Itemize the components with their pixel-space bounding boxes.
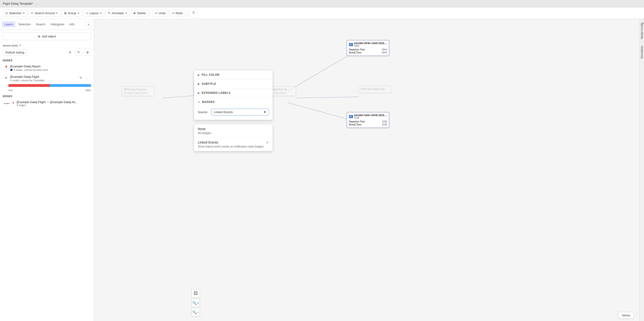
flight-node-icon: ✈ bbox=[4, 76, 8, 80]
group-button[interactable]: ⊞ Group ▼ bbox=[62, 10, 82, 17]
search-around-icon: ✂ bbox=[31, 11, 34, 15]
layout-chevron-icon: ▼ bbox=[100, 12, 102, 15]
tab-info[interactable]: Info bbox=[67, 21, 77, 28]
delete-button[interactable]: ⊗ Delete bbox=[131, 10, 148, 17]
title-more[interactable]: ... bbox=[34, 2, 37, 5]
tab-histogram[interactable]: Histogram bbox=[48, 21, 67, 28]
color-label-false: false bbox=[86, 89, 91, 92]
badges-source-row: Source Linked Events ▼ bbox=[198, 109, 269, 115]
plus-circle-icon: ⊕ bbox=[38, 35, 40, 38]
badges-arrow-icon: ▼ bbox=[198, 101, 200, 103]
graph-node-flight-top-right[interactable]: ✈ AA1064 DFW->SAN 2018-... 0944 Departur… bbox=[346, 40, 389, 56]
edge-airport-icon: 📍 bbox=[12, 102, 15, 105]
style-row: Default styling ▼ ✎ ⊕ bbox=[3, 49, 91, 56]
selection-chevron-icon: ▼ bbox=[22, 12, 25, 15]
option-linked-events[interactable]: Linked Events ✓ Show linked event counts… bbox=[194, 138, 272, 151]
graph-node-sandiego[interactable]: [SAY] San Diego Inte... bbox=[359, 86, 391, 93]
zoom-out-icon: 🔍− bbox=[192, 310, 199, 314]
tab-layers[interactable]: Layers bbox=[2, 21, 16, 28]
title-text: Flight Delay Template* bbox=[3, 2, 33, 5]
sfo-node-title: [SFO] San Francisc... bbox=[124, 88, 148, 91]
flight-color-bar bbox=[8, 84, 91, 87]
add-object-button[interactable]: ⊕ Add object bbox=[3, 33, 91, 40]
sandiego-node-title: [SAY] San Diego Inte... bbox=[361, 88, 387, 90]
series-button[interactable]: Series bbox=[618, 312, 634, 319]
extended-labels-header[interactable]: ▶ EXTENDED LABELS bbox=[194, 89, 272, 97]
undo-icon: ↩ bbox=[155, 11, 158, 15]
badges-options-list: None No badges Linked Events ✓ Show link… bbox=[194, 124, 273, 151]
annotate-chevron-icon: ▼ bbox=[125, 12, 127, 15]
panel-content: ⊕ Add object Saved styles ℹ Default styl… bbox=[0, 30, 94, 321]
flight-more-button[interactable]: … bbox=[84, 75, 90, 81]
flight-tr-table: Departure Time 0844 Arrival Time 0944 bbox=[349, 48, 387, 54]
svg-rect-6 bbox=[196, 291, 197, 293]
layout-icon: ⊹ bbox=[86, 11, 88, 15]
redo-button[interactable]: ↪ Redo bbox=[169, 10, 185, 17]
panel-tabs: Layers Selection Search Histogram Info « bbox=[0, 19, 94, 30]
fill-color-header[interactable]: ▶ FILL COLOR bbox=[194, 70, 272, 79]
airport-node-desc: 3 nodes, colored by fixed color bbox=[10, 69, 90, 71]
color-bar-labels: true false bbox=[8, 89, 91, 92]
subtitle-header[interactable]: ▶ SUBTITLE bbox=[194, 80, 272, 88]
selection-button[interactable]: ⊙ Selection ▼ bbox=[3, 10, 28, 17]
flight-br-table: Departure Time 1036 Arrival Time 1538 bbox=[349, 120, 387, 126]
arr-value: 1538 bbox=[378, 123, 387, 126]
delete-icon: ⊗ bbox=[133, 11, 136, 15]
fit-icon bbox=[194, 291, 198, 296]
toolbar-separator-2 bbox=[187, 10, 187, 17]
toolbar-separator bbox=[150, 10, 150, 17]
nodes-section-title: NODES bbox=[3, 59, 91, 62]
add-style-button[interactable]: ⊕ bbox=[84, 49, 91, 56]
arr-label: Arrival Time bbox=[349, 123, 378, 126]
canvas-area[interactable]: [SFO] San Francisc... [Example Data] Air… bbox=[94, 19, 639, 321]
left-panel: Layers Selection Search Histogram Info «… bbox=[0, 19, 94, 321]
option-none[interactable]: None No badges bbox=[194, 124, 272, 138]
extended-labels-arrow-icon: ▶ bbox=[198, 92, 200, 94]
svg-rect-7 bbox=[194, 293, 195, 295]
flight-edit-button[interactable]: ✎ bbox=[78, 75, 84, 81]
flight-node-desc: 3 nodes, colored by Cancelled bbox=[10, 79, 76, 82]
zoom-in-button[interactable]: 🔍+ bbox=[192, 299, 200, 307]
badges-header[interactable]: ▼ BADGES bbox=[194, 98, 272, 106]
edge-name: [Example Data] Flight ↔ [Example Data] A… bbox=[17, 100, 90, 104]
flight-br-icon: ✈ bbox=[349, 115, 353, 118]
edge-desc: 6 edges bbox=[17, 104, 90, 107]
edge-flight-airport: ⊶⊷ 📍 [Example Data] Flight ↔ [Example Da… bbox=[3, 99, 91, 108]
annotate-icon: ✎ bbox=[108, 11, 110, 15]
search-around-button[interactable]: ✂ Search Around ▼ bbox=[28, 10, 60, 17]
svg-line-0 bbox=[162, 96, 194, 98]
style-dropdown[interactable]: Default styling bbox=[3, 49, 27, 56]
simulation-tab[interactable]: Simulation bbox=[640, 42, 644, 62]
arr-value: 0944 bbox=[378, 51, 387, 54]
badges-source-dropdown[interactable]: Linked Events ▼ bbox=[211, 109, 269, 115]
toolbar: ⊙ Selection ▼ ✂ Search Around ▼ ⊞ Group … bbox=[0, 8, 644, 19]
svg-rect-5 bbox=[194, 291, 195, 293]
flight-tr-icon: ✈ bbox=[349, 43, 353, 46]
panel-collapse-button[interactable]: « bbox=[86, 21, 92, 28]
right-panel: Model Config Simulation bbox=[639, 19, 644, 321]
layout-button[interactable]: ⊹ Layout ▼ bbox=[83, 10, 104, 17]
annotate-button[interactable]: ✎ Annotate ▼ bbox=[106, 10, 130, 17]
edge-icon: ⊶⊷ bbox=[4, 102, 10, 105]
node-flight: ✈ [Example Data] Flight 3 nodes, colored… bbox=[3, 74, 91, 83]
edit-style-button[interactable]: ✎ bbox=[75, 49, 82, 56]
flight-tr-subtitle: 0944 bbox=[354, 45, 387, 47]
node-airport: 📍 [Example Data] Airport 3 nodes, colore… bbox=[3, 63, 91, 73]
linked-events-check-icon: ✓ bbox=[266, 141, 269, 144]
model-config-tab[interactable]: Model Config bbox=[640, 19, 644, 42]
edges-section-title: EDGES bbox=[3, 95, 91, 98]
undo-button[interactable]: ↩ Undo bbox=[152, 10, 168, 17]
airport-color-dot bbox=[10, 69, 12, 71]
table-row: Arrival Time 1538 bbox=[349, 123, 387, 126]
graph-node-sfo[interactable]: [SFO] San Francisc... [Example Data] Air… bbox=[122, 86, 154, 96]
table-row: Arrival Time 0944 bbox=[349, 51, 387, 54]
tab-selection[interactable]: Selection bbox=[16, 21, 33, 28]
tab-search[interactable]: Search bbox=[34, 21, 48, 28]
fit-view-button[interactable] bbox=[192, 289, 200, 298]
help-button[interactable]: ? bbox=[189, 9, 198, 18]
search-around-chevron-icon: ▼ bbox=[56, 12, 58, 15]
flight-tr-title: AA1064 DFW->SAN 2018-... bbox=[354, 42, 387, 45]
zoom-out-button[interactable]: 🔍− bbox=[192, 308, 200, 316]
titlebar: Flight Delay Template* ... bbox=[0, 0, 644, 8]
graph-node-flight-bottom-right[interactable]: ✈ AA1064 SAN->DFW 2018-... 1538 Departur… bbox=[346, 112, 389, 128]
